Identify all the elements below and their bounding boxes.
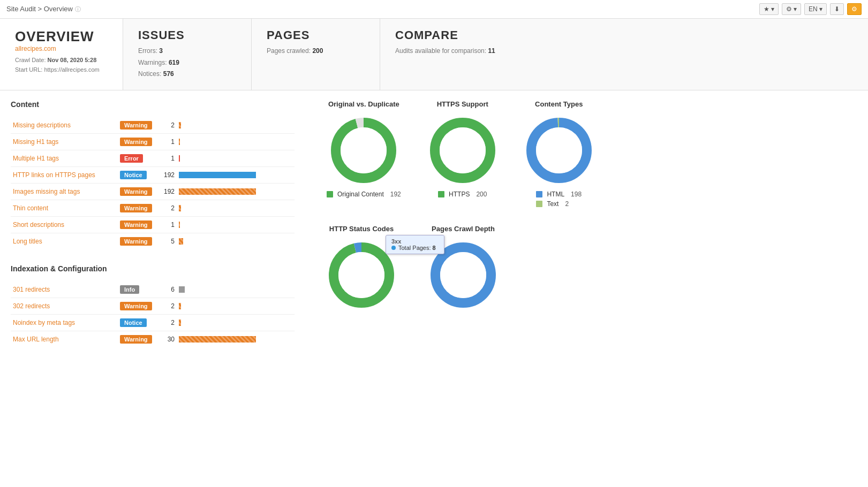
content-types-chart: Content Types HTML 198: [524, 100, 594, 208]
bottom-charts: HTTP Status Codes 3xx: [316, 225, 857, 311]
issue-name[interactable]: 302 redirects: [11, 298, 118, 314]
audits-label: Audits available for comparison:: [395, 47, 486, 55]
issue-bar: [179, 319, 292, 326]
settings-button[interactable]: ⚙ ▾: [782, 3, 801, 15]
orig-content-label: Original Content: [337, 191, 384, 198]
issue-name[interactable]: Long titles: [11, 233, 118, 249]
issue-badge[interactable]: Notice: [120, 318, 147, 327]
issue-bar-cell: [177, 314, 295, 331]
issue-bar-fill: [179, 336, 256, 343]
issue-badge-cell: Warning: [118, 233, 155, 249]
html-value: 198: [571, 191, 582, 198]
topbar: Site Audit > Overview ⓘ ★ ▾ ⚙ ▾ EN ▾ ⬇ ⚙: [0, 0, 868, 19]
issue-badge-cell: Warning: [118, 298, 155, 314]
issue-badge-cell: Error: [118, 150, 155, 166]
start-url-label: Start URL:: [15, 66, 42, 73]
https-legend-item: HTTPS 200: [438, 191, 487, 198]
issue-badge[interactable]: Warning: [120, 138, 152, 146]
language-button[interactable]: EN ▾: [804, 3, 827, 15]
issue-badge[interactable]: Warning: [120, 302, 152, 310]
text-legend: Text 2: [536, 200, 582, 208]
issue-count: 30: [155, 331, 177, 347]
table-row: Noindex by meta tagsNotice2: [11, 314, 295, 331]
compare-title: COMPARE: [395, 28, 495, 42]
issue-badge[interactable]: Error: [120, 154, 143, 163]
warnings-label: Warnings:: [138, 59, 167, 66]
compare-stats: Audits available for comparison: 11: [395, 45, 495, 57]
crawled-label: Pages crawled:: [267, 47, 311, 55]
issue-name[interactable]: Noindex by meta tags: [11, 314, 118, 331]
issue-count: 1: [155, 150, 177, 166]
right-panel: Original vs. Duplicate Original Content …: [305, 90, 868, 372]
issue-name[interactable]: Max URL length: [11, 331, 118, 347]
issues-title: ISSUES: [138, 28, 236, 42]
issue-name[interactable]: 301 redirects: [11, 281, 118, 298]
issue-name[interactable]: Short descriptions: [11, 216, 118, 233]
issue-badge[interactable]: Warning: [120, 335, 152, 344]
text-color: [536, 201, 542, 207]
issue-bar: [179, 122, 292, 128]
download-button[interactable]: ⬇: [830, 3, 844, 15]
table-row: Multiple H1 tagsError1: [11, 150, 295, 166]
issue-bar-cell: [177, 216, 295, 233]
issue-count: 2: [155, 200, 177, 216]
issue-name[interactable]: Thin content: [11, 200, 118, 216]
html-color: [536, 191, 542, 197]
settings-dropdown-icon: ▾: [794, 5, 797, 13]
issue-name[interactable]: HTTP links on HTTPS pages: [11, 166, 118, 183]
content-section-title: Content: [11, 100, 295, 111]
issue-name[interactable]: Images missing alt tags: [11, 183, 118, 200]
https-value: 200: [476, 191, 487, 198]
crawl-date-label: Crawl Date:: [15, 57, 46, 63]
issue-badge[interactable]: Notice: [120, 171, 147, 179]
issue-name[interactable]: Missing descriptions: [11, 117, 118, 134]
issue-badge-cell: Warning: [118, 200, 155, 216]
issue-name[interactable]: Missing H1 tags: [11, 133, 118, 150]
pages-title: PAGES: [267, 28, 365, 42]
config-button[interactable]: ⚙: [847, 3, 862, 15]
table-row: Short descriptionsWarning1: [11, 216, 295, 233]
text-value: 2: [565, 200, 569, 208]
svg-point-10: [338, 252, 384, 298]
top-charts: Original vs. Duplicate Original Content …: [316, 100, 857, 208]
notices-label: Notices:: [138, 70, 161, 78]
issue-bar-fill: [179, 122, 181, 128]
overview-meta: Crawl Date: Nov 08, 2020 5:28 Start URL:…: [15, 56, 108, 74]
table-row: Long titlesWarning5: [11, 233, 295, 249]
https-color: [438, 191, 444, 197]
issue-badge[interactable]: Warning: [120, 237, 152, 246]
issue-bar: [179, 172, 292, 178]
issue-bar-cell: [177, 133, 295, 150]
content-issue-table: Missing descriptionsWarning2Missing H1 t…: [11, 117, 295, 249]
star-button[interactable]: ★ ▾: [759, 3, 779, 15]
issue-badge-cell: Notice: [118, 314, 155, 331]
indexation-issue-table: 301 redirectsInfo6302 redirectsWarning2N…: [11, 281, 295, 347]
content-types-legend: HTML 198 Text 2: [536, 191, 582, 208]
indexation-section-title: Indexation & Configuration: [11, 264, 295, 275]
issue-badge[interactable]: Warning: [120, 220, 152, 229]
issue-badge[interactable]: Info: [120, 285, 139, 294]
indexation-section: Indexation & Configuration 301 redirects…: [11, 264, 295, 347]
main-content: Content Missing descriptionsWarning2Miss…: [0, 90, 868, 372]
issue-bar-cell: [177, 117, 295, 134]
issue-badge[interactable]: Warning: [120, 187, 152, 196]
issue-name[interactable]: Multiple H1 tags: [11, 150, 118, 166]
orig-content-legend: Original Content 192: [327, 191, 401, 198]
issue-badge[interactable]: Warning: [120, 204, 152, 212]
breadcrumb-text: Site Audit > Overview: [6, 5, 73, 13]
config-icon: ⚙: [851, 5, 857, 13]
orig-dup-legend: Original Content 192: [327, 191, 401, 198]
table-row: Images missing alt tagsWarning192: [11, 183, 295, 200]
http-status-chart: HTTP Status Codes 3xx: [327, 225, 396, 311]
issue-bar: [179, 205, 292, 211]
issue-bar-fill: [179, 238, 183, 245]
issue-bar-cell: [177, 331, 295, 347]
download-icon: ⬇: [834, 5, 840, 13]
issue-bar-cell: [177, 166, 295, 183]
https-label: HTTPS: [449, 191, 470, 198]
issue-bar-cell: [177, 281, 295, 298]
issue-badge[interactable]: Warning: [120, 121, 152, 130]
table-row: HTTP links on HTTPS pagesNotice192: [11, 166, 295, 183]
issue-count: 192: [155, 183, 177, 200]
text-label: Text: [547, 200, 558, 208]
